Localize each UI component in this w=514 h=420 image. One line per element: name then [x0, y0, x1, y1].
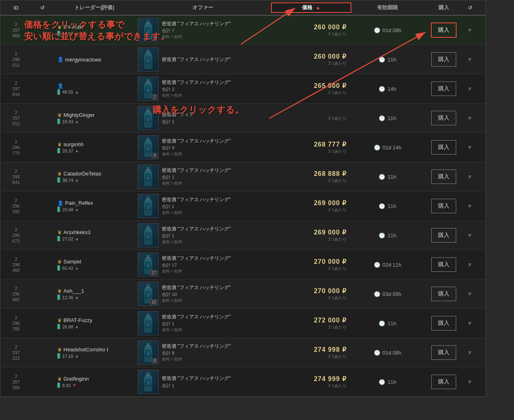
cell-id: 2297222: [2, 343, 30, 362]
id-part: 2: [15, 373, 17, 379]
expand-arrow[interactable]: ▼: [464, 290, 476, 298]
buy-button[interactable]: 購入: [431, 228, 456, 243]
rating-up-icon: ▲: [75, 119, 79, 124]
clock-icon: 🕐: [374, 291, 380, 297]
trader-name-text[interactable]: HeadshotComsho t: [63, 347, 108, 353]
trader-name-text[interactable]: BRAT-Fuzzy: [63, 317, 92, 323]
cell-sync: [30, 264, 54, 265]
buy-button[interactable]: 購入: [431, 199, 456, 213]
expand-arrow[interactable]: ▼: [464, 261, 476, 269]
cell-offer: 酒 密造酒 "フィアス ハッチリング"合計 1食料 > 飲料: [135, 310, 271, 336]
buy-button[interactable]: 購入: [431, 111, 456, 125]
clock-icon: 🕐: [374, 262, 380, 268]
expand-arrow[interactable]: ▼: [464, 378, 476, 386]
expand-arrow[interactable]: ▼: [464, 319, 476, 327]
buy-button[interactable]: 購入: [431, 22, 457, 38]
cell-trader: ♛Arsxhkeks3▊27.02▲: [54, 228, 135, 242]
cell-trader: 👤mergyinraclows: [54, 56, 135, 63]
rating-value: 17.10: [62, 354, 73, 359]
cell-id: 2297816: [2, 80, 30, 98]
svg-rect-29: [146, 228, 151, 229]
item-image: 酒 17: [138, 253, 159, 277]
buy-button[interactable]: 購入: [431, 345, 456, 360]
trader-name-text[interactable]: MightyGinger: [63, 112, 94, 118]
price-main: 270 000 ₽: [314, 258, 347, 265]
trader-name-text[interactable]: Greifinginn: [63, 376, 89, 382]
col-header-expiry: 有効期限: [351, 4, 424, 11]
svg-rect-24: [147, 196, 150, 199]
expand-arrow[interactable]: ▼: [464, 349, 476, 357]
id-part: 960: [12, 33, 20, 39]
trader-name-text[interactable]: Pain_Reflex: [65, 200, 93, 206]
rating-value: 18.93: [62, 119, 73, 124]
rating-up-icon: ▲: [75, 31, 79, 36]
expand-arrow[interactable]: ▼: [464, 55, 476, 63]
cell-sync: [30, 293, 54, 295]
id-part: 2: [15, 285, 17, 291]
svg-rect-36: [147, 284, 150, 287]
sync-icon[interactable]: ↺: [40, 5, 45, 11]
trader-name-text[interactable]: CatadorDeTetas: [63, 171, 101, 177]
item-image: 酒: [138, 223, 159, 247]
trader-name-text[interactable]: Arsxhkeks3: [63, 229, 90, 235]
buy-button[interactable]: 購入: [431, 375, 456, 389]
svg-rect-37: [146, 287, 151, 288]
rating-bar-icon: ▊: [57, 119, 61, 124]
buy-button[interactable]: 購入: [431, 169, 456, 184]
expiry-text: 11h: [388, 57, 396, 63]
trader-name-text[interactable]: Ash___1: [63, 288, 84, 294]
trader-name-text[interactable]: Sampel: [63, 259, 81, 265]
buy-button[interactable]: 購入: [431, 52, 456, 67]
col-header-refresh[interactable]: ↺: [464, 5, 476, 11]
svg-text:酒: 酒: [147, 265, 149, 267]
buy-button[interactable]: 購入: [431, 316, 456, 330]
id-part: 296: [12, 291, 20, 297]
offer-total: 合計 8: [162, 350, 174, 356]
price-main: 272 000 ₽: [314, 316, 347, 324]
trader-name-text[interactable]: DY-ANM: [63, 24, 84, 30]
trader-rating: ▊20.68▲: [57, 207, 79, 212]
cell-price: 274 998 ₽1つあたり: [271, 345, 351, 360]
svg-text:酒: 酒: [147, 324, 149, 326]
rating-up-icon: ▲: [75, 237, 79, 241]
svg-text:酒: 酒: [147, 118, 149, 121]
buy-button[interactable]: 購入: [431, 140, 456, 155]
cell-buy: 購入: [424, 257, 464, 273]
id-part: 460: [12, 267, 20, 273]
table-row: 2296392👤Pain_Reflex▊20.68▲ 酒 密造酒 "フィアス ハ…: [0, 192, 485, 221]
trader-name-text[interactable]: surgiohh: [63, 141, 84, 147]
cell-buy: 購入: [424, 51, 464, 67]
expand-arrow[interactable]: ▼: [464, 173, 476, 181]
buy-button[interactable]: 購入: [431, 82, 456, 96]
expand-arrow[interactable]: ▼: [464, 231, 476, 239]
buy-button[interactable]: 購入: [431, 257, 456, 272]
col-header-price[interactable]: 価格 ▲: [271, 2, 351, 13]
clock-icon: 🕐: [379, 232, 385, 239]
expand-arrow[interactable]: ▼: [464, 26, 476, 34]
offer-name: 密造酒 "フィアス ハッチリング": [162, 196, 230, 203]
crown-icon: ♛: [57, 142, 62, 147]
expand-arrow[interactable]: ▼: [464, 114, 476, 122]
id-part: 355: [12, 385, 20, 390]
cell-offer: 酒 10密造酒 "フィアス ハッチリング"合計 10食料 > 飲料: [135, 281, 271, 307]
offer-total: 合計 7: [162, 28, 174, 34]
id-part: 298: [12, 57, 20, 62]
clock-icon: 🕐: [379, 115, 385, 121]
person-icon: 👤: [57, 200, 63, 206]
col-header-buy: 購入: [424, 4, 464, 11]
buy-button[interactable]: 購入: [431, 287, 456, 301]
expand-arrow[interactable]: ▼: [464, 85, 476, 93]
table-row: 2296641♛CatadorDeTetas▊38.74▲ 酒 密造酒 "フィア…: [0, 162, 485, 192]
offer-total: 合計 17: [162, 262, 177, 268]
cell-expiry: 🕐02d 11h: [351, 261, 424, 269]
id-part: 296: [12, 145, 20, 150]
person-icon: 👤: [57, 57, 63, 62]
expand-arrow[interactable]: ▼: [464, 202, 476, 210]
trader-rating: ▊20.37▲: [57, 148, 79, 153]
trader-name-text[interactable]: mergyinraclows: [65, 57, 101, 63]
id-part: 481: [12, 297, 20, 302]
cell-price: 268 888 ₽1つあたり: [271, 169, 351, 184]
rating-value: 11.07: [62, 31, 73, 36]
offer-total: 合計 1: [162, 174, 174, 180]
expand-arrow[interactable]: ▼: [464, 143, 476, 151]
